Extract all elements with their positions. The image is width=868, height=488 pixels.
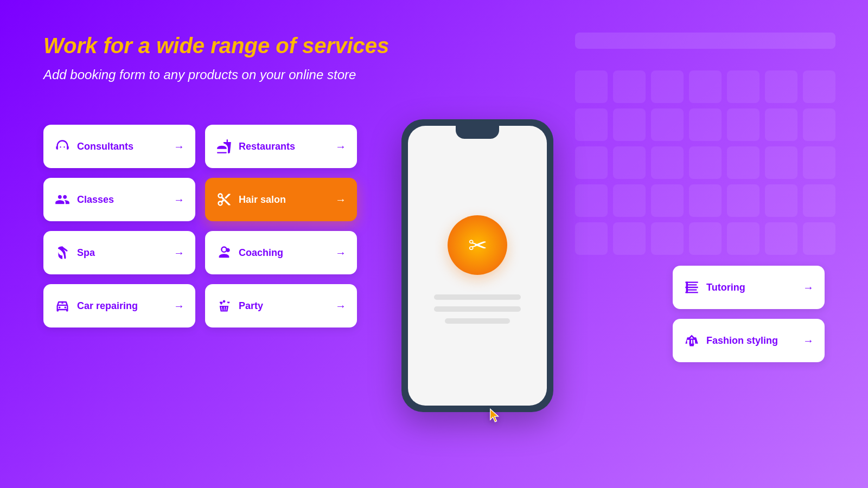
phone-notch [456,126,499,139]
arrow-icon: → [803,335,814,347]
phone-mockup: ✂ [401,119,553,412]
headset-icon [54,138,71,155]
arrow-icon: → [174,247,184,259]
car-icon [54,298,71,314]
arrow-icon: → [174,140,184,153]
coaching-icon [216,245,232,261]
service-card-coaching[interactable]: Coaching → [205,231,357,274]
phone-frame: ✂ [401,119,553,412]
arrow-icon: → [335,194,346,206]
svg-point-1 [59,306,61,309]
service-label: Fashion styling [706,335,796,346]
service-label: Tutoring [706,282,796,293]
service-card-restaurants[interactable]: Restaurants → [205,125,357,168]
service-card-party[interactable]: Party → [205,284,357,328]
phone-content-line-short [445,318,510,324]
service-label: Consultants [77,141,167,152]
arrow-icon: → [174,300,184,312]
arrow-icon: → [335,140,346,153]
fashion-icon [684,332,700,349]
arrow-icon: → [174,194,184,206]
cursor-pointer [487,406,502,428]
service-card-fashion-styling[interactable]: Fashion styling → [673,319,825,362]
phone-screen: ✂ [408,126,547,406]
restaurant-icon [216,138,232,155]
service-label: Hair salon [239,194,329,206]
service-label: Car repairing [77,300,167,312]
scissors-icon [216,191,232,208]
service-label: Coaching [239,247,329,259]
tutoring-icon [684,279,700,296]
svg-point-2 [65,306,67,309]
party-icon [216,298,232,314]
arrow-icon: → [803,281,814,294]
page-subtitle: Add booking form to any products on your… [43,67,825,82]
service-card-car-repairing[interactable]: Car repairing → [43,284,195,328]
services-grid: Consultants → Restaurants → Classes → [43,125,357,328]
phone-content-line [434,306,521,312]
phone-app-icon: ✂ [448,215,507,275]
service-card-classes[interactable]: Classes → [43,178,195,221]
service-card-spa[interactable]: Spa → [43,231,195,274]
service-label: Party [239,300,329,312]
arrow-icon: → [335,247,346,259]
svg-rect-3 [686,282,688,293]
main-content: Work for a wide range of services Add bo… [0,0,868,488]
service-card-tutoring[interactable]: Tutoring → [673,266,825,309]
service-label: Restaurants [239,141,329,152]
classes-icon [54,191,71,208]
spa-icon [54,245,71,261]
phone-content-line [434,294,521,300]
service-card-consultants[interactable]: Consultants → [43,125,195,168]
page-title: Work for a wide range of services [43,33,825,59]
arrow-icon: → [335,300,346,312]
service-label: Spa [77,247,167,259]
service-label: Classes [77,194,167,206]
right-service-cards: Tutoring → Fashion styling → [673,266,825,362]
scissors-comb-icon: ✂ [468,232,487,259]
service-card-hair-salon[interactable]: Hair salon → [205,178,357,221]
